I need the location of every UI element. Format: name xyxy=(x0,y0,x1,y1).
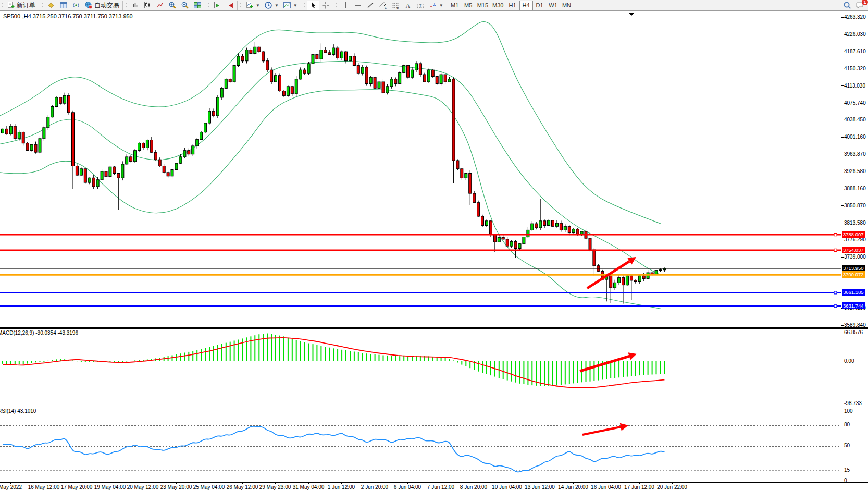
toolbar-separator xyxy=(205,1,205,10)
toolbar-separator xyxy=(447,1,447,10)
price-tick-mark xyxy=(841,189,844,189)
hline-3788.007[interactable] xyxy=(0,234,841,236)
time-tick-label: 26 May 12:00 xyxy=(227,484,258,490)
signals-button[interactable] xyxy=(70,1,82,10)
timeframe-button-M15[interactable]: M15 xyxy=(475,1,490,10)
chart-title: SP500-,H4 3715.250 3716.750 3711.750 371… xyxy=(3,13,133,19)
line-chart-icon xyxy=(156,1,164,9)
indicators-button[interactable]: ▼ xyxy=(243,1,262,10)
tile-windows-button[interactable] xyxy=(191,1,204,10)
toolbar-grip xyxy=(336,2,338,9)
macd-panel-svg[interactable] xyxy=(0,329,841,405)
time-tick-label: 25 May 04:00 xyxy=(193,484,225,490)
price-tick-mark xyxy=(841,171,844,172)
rsi-line xyxy=(3,426,664,472)
trend-arrow[interactable] xyxy=(582,423,628,435)
chart-shift-button[interactable] xyxy=(224,1,236,10)
autotrading-button[interactable]: 自动交易 xyxy=(82,1,121,10)
time-tick-label: May 2022 xyxy=(0,484,22,490)
rsi-panel-svg[interactable] xyxy=(0,407,841,482)
chat-button[interactable]: 1 xyxy=(853,1,866,10)
hline-3661.185[interactable] xyxy=(0,291,841,294)
price-tick-label: 3963.870 xyxy=(844,151,866,157)
new-order-icon xyxy=(7,1,15,9)
autotrading-icon xyxy=(84,1,93,9)
time-tick-label: 29 May 23:00 xyxy=(259,484,291,490)
new-order-button[interactable]: 新订单 xyxy=(5,1,38,10)
time-tick-label: 16 May 12:00 xyxy=(28,484,60,490)
market-watch-icon xyxy=(47,1,55,9)
macd-axis-label: 0.00 xyxy=(844,358,854,364)
price-tag-3661.185: 3661.185 xyxy=(842,289,865,296)
time-tick-label: 31 May 04:00 xyxy=(293,484,325,490)
price-tick-mark xyxy=(841,17,844,18)
price-tick-mark xyxy=(841,52,844,52)
market-watch-button[interactable] xyxy=(45,1,57,10)
zoom-in-button[interactable] xyxy=(166,1,179,10)
timeframe-button-H1[interactable]: H1 xyxy=(506,1,519,10)
time-tick-label: 17 Jun 12:00 xyxy=(624,484,654,490)
trend-arrow[interactable] xyxy=(580,352,637,371)
cursor-button[interactable] xyxy=(307,1,319,10)
price-tick-label: 3589.840 xyxy=(844,322,866,328)
macd-indicator-label: MACD(12,26,9) -30.0354 -43.3196 xyxy=(0,330,78,336)
toolbar-separator xyxy=(237,1,238,10)
price-tick-mark xyxy=(841,69,844,69)
tile-windows-icon xyxy=(193,1,202,9)
timeframe-button-MN[interactable]: MN xyxy=(560,1,574,10)
auto-scroll-icon xyxy=(213,1,221,9)
text-label-button[interactable]: T xyxy=(414,1,427,10)
price-axis[interactable]: 4263.3204226.0304187.6104150.3204113.030… xyxy=(841,11,868,482)
dropdown-caret-icon[interactable]: ▼ xyxy=(275,3,279,8)
price-tick-mark xyxy=(841,154,844,154)
line-chart-button[interactable] xyxy=(154,1,166,10)
crosshair-button[interactable] xyxy=(319,1,332,10)
equidistant-channel-button[interactable]: E xyxy=(377,1,389,10)
hline-3754.037[interactable] xyxy=(0,249,841,251)
time-tick-label: 14 Jun 20:00 xyxy=(558,484,588,490)
timeframe-button-W1[interactable]: W1 xyxy=(547,1,560,10)
price-tick-label: 4263.320 xyxy=(844,14,866,20)
chart-shift-marker[interactable] xyxy=(628,13,635,16)
indicators-icon xyxy=(245,1,254,9)
dropdown-caret-icon[interactable]: ▼ xyxy=(293,3,297,8)
horizontal-line-button[interactable] xyxy=(352,1,364,10)
periods-button[interactable]: ▼ xyxy=(262,1,281,10)
arrows-button[interactable]: ▼ xyxy=(427,1,445,10)
time-tick-label: 17 May 20:00 xyxy=(61,484,93,490)
hline-3631.744[interactable] xyxy=(0,305,841,308)
zoom-in-icon xyxy=(168,1,177,9)
timeframe-button-M1[interactable]: M1 xyxy=(448,1,462,10)
timeframe-button-M5[interactable]: M5 xyxy=(462,1,475,10)
auto-scroll-button[interactable] xyxy=(211,1,224,10)
fibonacci-icon: F xyxy=(391,1,400,9)
trendline-button[interactable] xyxy=(364,1,377,10)
search-button[interactable] xyxy=(841,1,853,10)
zoom-out-button[interactable] xyxy=(179,1,191,10)
data-window-button[interactable] xyxy=(57,1,70,10)
vertical-line-button[interactable] xyxy=(339,1,352,10)
price-tick-label: 3739.000 xyxy=(844,254,866,260)
chart-shift-icon xyxy=(226,1,234,9)
price-tick-mark xyxy=(841,205,844,206)
toolbar: 新订单自动交易▼▼▼EFAT▼M1M5M15M30H1H4D1W1MN1 xyxy=(0,0,868,11)
timeframe-button-H4[interactable]: H4 xyxy=(519,1,533,10)
text-button[interactable]: A xyxy=(402,1,414,10)
templates-button[interactable]: ▼ xyxy=(281,1,300,10)
dropdown-caret-icon[interactable]: ▼ xyxy=(256,3,260,8)
fibonacci-button[interactable]: F xyxy=(389,1,402,10)
timeframe-button-M30[interactable]: M30 xyxy=(490,1,505,10)
main-chart-svg[interactable] xyxy=(0,11,841,327)
dropdown-caret-icon[interactable]: ▼ xyxy=(439,3,443,8)
signal-icon xyxy=(72,1,80,9)
timeframe-button-D1[interactable]: D1 xyxy=(533,1,547,10)
toolbar-grip xyxy=(126,2,128,9)
candlestick-chart-button[interactable] xyxy=(141,1,154,10)
bar-chart-button[interactable] xyxy=(129,1,141,10)
price-tag-3788.007: 3788.007 xyxy=(842,231,865,238)
time-tick-label: 1 Jun 12:00 xyxy=(328,484,355,490)
svg-text:F: F xyxy=(396,7,399,10)
price-tick-mark xyxy=(841,257,844,258)
time-axis[interactable]: May 202216 May 12:0017 May 20:0019 May 0… xyxy=(0,482,868,490)
chart-window[interactable]: 4263.3204226.0304187.6104150.3204113.030… xyxy=(0,11,868,490)
